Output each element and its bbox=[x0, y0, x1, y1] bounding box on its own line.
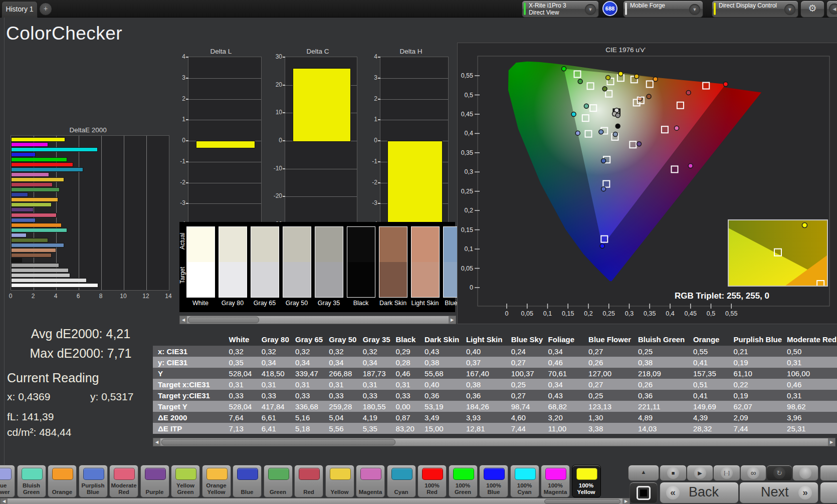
stop-button[interactable]: ■ bbox=[660, 465, 687, 481]
pattern-window-button[interactable] bbox=[630, 482, 658, 503]
cell-value: 0,31 bbox=[782, 390, 837, 401]
patch-button-purplish-blue[interactable]: Purplish Blue bbox=[79, 465, 108, 497]
meter-dropdown[interactable]: X-Rite i1Pro 3 Direct View ▼ bbox=[522, 1, 599, 18]
collapse-panel-button[interactable]: ◀ bbox=[826, 1, 837, 18]
patch-button-100-cyan[interactable]: 100% Cyan bbox=[510, 465, 539, 497]
column-header-orange: Orange bbox=[688, 333, 729, 346]
scroll-left-button[interactable]: ◀ bbox=[180, 316, 187, 324]
patch-button-orange[interactable]: Orange bbox=[48, 465, 77, 497]
cell-value: 0,32 bbox=[358, 346, 391, 357]
next-button[interactable]: Next» bbox=[739, 482, 818, 503]
patch-button-orange-yellow[interactable]: Orange Yellow bbox=[202, 465, 231, 497]
de-bar-100-cyan bbox=[11, 147, 98, 152]
tick-label: 0,45 bbox=[685, 310, 697, 317]
scroll-thumb[interactable] bbox=[544, 499, 620, 504]
patch-label: Yellow bbox=[326, 489, 353, 495]
scroll-thumb[interactable] bbox=[161, 439, 395, 445]
patch-button-100-blue[interactable]: 100% Blue bbox=[479, 465, 508, 497]
tick-label: 0,15 bbox=[562, 310, 574, 317]
measured-marker-magenta bbox=[688, 163, 693, 168]
cie-inset-zoom bbox=[728, 220, 827, 288]
patch-button-red[interactable]: Red bbox=[294, 465, 323, 497]
refresh-button[interactable]: ↻ bbox=[766, 465, 792, 481]
pattern-up-button[interactable]: ▲ bbox=[628, 465, 659, 481]
scroll-right-button[interactable]: ▶ bbox=[449, 316, 456, 324]
source-status-bar bbox=[625, 3, 627, 15]
infinite-loop-button[interactable]: ∞ bbox=[740, 465, 766, 481]
swatch-strip-scrollbar[interactable]: ◀▶ bbox=[179, 316, 456, 324]
measured-marker-purple bbox=[637, 142, 642, 146]
swatch-gray-80[interactable] bbox=[219, 226, 247, 298]
swatch-dark-skin[interactable] bbox=[379, 226, 407, 298]
tick bbox=[283, 85, 285, 86]
tick-label: 6 bbox=[73, 293, 83, 300]
reading-cdm2-value: cd/m²: 484,44 bbox=[7, 426, 71, 438]
patch-button-moderate-red[interactable]: Moderate Red bbox=[109, 465, 138, 497]
tick-label: 14 bbox=[163, 293, 173, 300]
patch-button-cyan[interactable]: Cyan bbox=[387, 465, 416, 497]
play-button[interactable]: ▶ bbox=[687, 465, 713, 481]
tick bbox=[186, 119, 188, 120]
cell-value: 0,27 bbox=[506, 357, 543, 368]
scroll-right-button[interactable]: ▶ bbox=[828, 438, 835, 446]
scroll-right-button[interactable]: ▶ bbox=[622, 498, 630, 504]
swatch-gray-65[interactable] bbox=[251, 226, 279, 298]
chevron-down-icon[interactable]: ▼ bbox=[585, 4, 596, 15]
swatch-light-skin[interactable] bbox=[411, 226, 440, 298]
patch-button-purple[interactable]: Purple bbox=[140, 465, 169, 497]
scroll-thumb[interactable] bbox=[188, 317, 259, 323]
settings-button[interactable]: ⚙ bbox=[800, 1, 824, 18]
tick-label: 30 bbox=[268, 53, 282, 60]
transport-button-partial[interactable] bbox=[820, 465, 837, 481]
cell-value: 0,25 bbox=[583, 390, 633, 401]
cell-value: 68,82 bbox=[543, 401, 584, 412]
source-dropdown[interactable]: Mobile Forge ▼ bbox=[623, 1, 703, 18]
swatch-gray-50[interactable] bbox=[283, 226, 311, 298]
patch-list-scrollbar[interactable]: ◀▶ bbox=[0, 498, 630, 504]
record-button[interactable] bbox=[792, 465, 818, 481]
back-button[interactable]: «Back bbox=[660, 482, 739, 503]
patch-button-green[interactable]: Green bbox=[264, 465, 293, 497]
actual-swatch bbox=[219, 227, 247, 262]
de-bar-orange bbox=[11, 223, 62, 227]
scroll-left-button[interactable]: ◀ bbox=[153, 438, 160, 446]
tick-label: 0,3 bbox=[465, 168, 473, 175]
table-row-δe-2000: ΔE 20007,646,615,165,044,190,873,493,934… bbox=[153, 412, 837, 423]
swatch-black[interactable] bbox=[347, 226, 375, 298]
cell-value: 187,73 bbox=[358, 368, 391, 379]
tick-label: 0 bbox=[505, 310, 509, 317]
tick bbox=[378, 99, 380, 100]
patch-button-yellow-green[interactable]: Yellow Green bbox=[171, 465, 200, 497]
patch-button-bluish-green[interactable]: Bluish Green bbox=[17, 465, 46, 497]
chevron-down-icon[interactable]: ▼ bbox=[784, 4, 795, 15]
patch-button-100-yellow[interactable]: 100% Yellow bbox=[572, 465, 601, 497]
max-de2000-value: Max dE2000: 7,71 bbox=[15, 346, 146, 361]
patch-button-100-magenta[interactable]: 100% Magenta bbox=[541, 465, 570, 497]
patch-button-yellow[interactable]: Yellow bbox=[325, 465, 354, 497]
tick-label: 0 bbox=[363, 137, 377, 144]
scroll-left-button[interactable]: ◀ bbox=[1, 498, 8, 504]
tick-label: 0,55 bbox=[725, 310, 737, 317]
nav-button-partial[interactable] bbox=[820, 482, 837, 503]
step-range-button[interactable]: [··] bbox=[713, 465, 740, 481]
cell-value: 7,44 bbox=[506, 423, 543, 434]
swatch-gray-35[interactable] bbox=[315, 226, 343, 298]
de-bar-100-green bbox=[11, 157, 67, 162]
collapse-icon: ◀ bbox=[829, 4, 837, 15]
patch-button-blue[interactable]: Blue bbox=[233, 465, 262, 497]
patch-button-100-red[interactable]: 100% Red bbox=[417, 465, 447, 497]
swatch-white[interactable] bbox=[186, 226, 215, 298]
device-dropdown[interactable]: Direct Display Control ▼ bbox=[712, 1, 798, 18]
patch-button-magenta[interactable]: Magenta bbox=[356, 465, 385, 497]
tab-history-1[interactable]: History 1 bbox=[2, 1, 38, 18]
reading-x-value: x: 0,4369 bbox=[7, 391, 50, 403]
patch-chip bbox=[114, 468, 135, 480]
chevron-down-icon[interactable]: ▼ bbox=[689, 4, 700, 15]
table-scrollbar[interactable]: ◀▶ bbox=[153, 438, 835, 446]
inset-measured-marker bbox=[802, 223, 807, 228]
add-tab-button[interactable]: + bbox=[39, 3, 52, 16]
tick-label: 0,2 bbox=[465, 207, 473, 214]
patch-button-blue-flower[interactable]: Blue Flower bbox=[0, 465, 15, 497]
swatch-label: Dark Skin bbox=[376, 300, 410, 307]
patch-button-100-green[interactable]: 100% Green bbox=[449, 465, 478, 497]
